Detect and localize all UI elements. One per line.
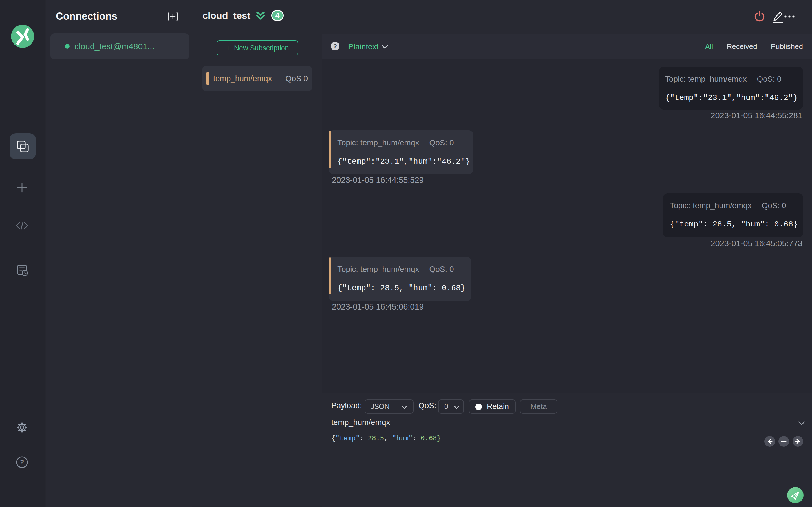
svg-text:?: ? [20, 458, 24, 466]
